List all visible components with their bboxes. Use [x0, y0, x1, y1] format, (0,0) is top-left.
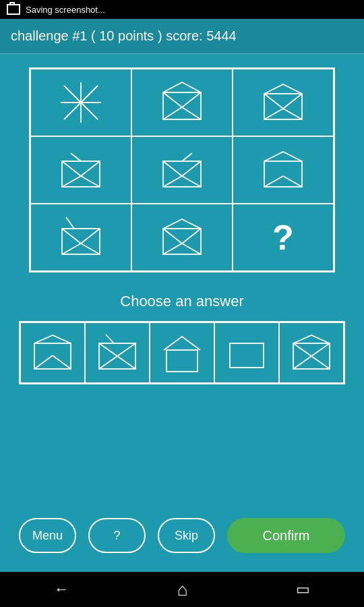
- grid-cell-r0c0: [30, 69, 131, 136]
- home-button[interactable]: ⌂: [177, 579, 188, 600]
- svg-line-17: [62, 176, 81, 187]
- grid-cell-r1c0: [30, 136, 131, 204]
- svg-line-23: [163, 176, 182, 187]
- grid-cell-r1c1: [131, 136, 233, 204]
- answer-option-1[interactable]: [20, 322, 85, 383]
- back-button[interactable]: ←: [54, 581, 69, 598]
- svg-line-42: [53, 355, 71, 369]
- svg-rect-50: [230, 343, 264, 368]
- svg-line-8: [182, 107, 201, 119]
- screenshot-icon: [7, 4, 20, 15]
- main-content: ? Choose an answer: [0, 54, 364, 572]
- svg-line-16: [81, 161, 100, 176]
- menu-button[interactable]: Menu: [19, 518, 76, 553]
- question-mark: ?: [272, 217, 294, 258]
- svg-line-52: [293, 343, 311, 356]
- svg-rect-49: [166, 350, 198, 372]
- answer-option-3[interactable]: [150, 322, 214, 383]
- puzzle-grid: ?: [29, 67, 335, 272]
- svg-line-10: [264, 94, 283, 109]
- svg-line-27: [264, 176, 283, 187]
- svg-line-15: [62, 161, 81, 176]
- svg-line-46: [99, 356, 117, 369]
- button-row: Menu ? Skip Confirm: [19, 507, 345, 565]
- svg-line-30: [62, 229, 81, 243]
- svg-line-22: [182, 161, 201, 176]
- svg-line-39: [182, 243, 201, 254]
- svg-line-41: [34, 355, 53, 369]
- svg-line-6: [182, 92, 201, 107]
- choose-label: Choose an answer: [120, 293, 243, 310]
- svg-line-53: [311, 343, 330, 356]
- svg-line-24: [182, 176, 201, 187]
- answer-options: [19, 321, 345, 384]
- confirm-button[interactable]: Confirm: [227, 518, 345, 553]
- svg-line-7: [163, 107, 182, 119]
- svg-line-28: [283, 176, 302, 187]
- grid-cell-r2c0: [30, 204, 131, 271]
- nav-bar: ← ⌂ ▭: [0, 572, 364, 607]
- answer-option-2[interactable]: [85, 322, 150, 383]
- grid-cell-r2c1: [131, 204, 233, 271]
- svg-line-47: [117, 356, 135, 369]
- svg-line-44: [99, 343, 117, 356]
- svg-line-33: [81, 243, 100, 254]
- svg-line-54: [293, 356, 311, 369]
- svg-line-11: [283, 94, 302, 109]
- svg-line-12: [264, 109, 283, 119]
- svg-line-45: [117, 343, 135, 356]
- svg-line-31: [81, 229, 100, 243]
- grid-cell-r0c2: [233, 69, 334, 136]
- svg-line-5: [163, 92, 182, 107]
- answer-option-5[interactable]: [279, 322, 344, 383]
- status-text: Saving screenshot...: [26, 5, 105, 15]
- svg-line-36: [163, 229, 182, 243]
- recents-button[interactable]: ▭: [296, 581, 310, 598]
- svg-line-55: [311, 356, 330, 369]
- svg-line-32: [62, 243, 81, 254]
- hint-button[interactable]: ?: [88, 518, 146, 553]
- answer-option-4[interactable]: [214, 322, 279, 383]
- svg-line-38: [163, 243, 182, 254]
- svg-line-34: [66, 217, 74, 229]
- challenge-info: challenge #1 ( 10 points ) score: 5444: [11, 28, 237, 43]
- svg-line-18: [81, 176, 100, 187]
- grid-cell-r1c2: [233, 136, 334, 204]
- svg-line-19: [71, 153, 81, 161]
- svg-line-48: [106, 335, 114, 343]
- svg-line-13: [283, 109, 302, 119]
- grid-cell-r0c1: [131, 69, 233, 136]
- header: challenge #1 ( 10 points ) score: 5444: [0, 19, 364, 54]
- status-bar: Saving screenshot...: [0, 0, 364, 19]
- svg-line-25: [182, 153, 192, 161]
- svg-line-37: [182, 229, 201, 243]
- svg-line-21: [163, 161, 182, 176]
- skip-button[interactable]: Skip: [158, 518, 215, 553]
- grid-cell-r2c2: ?: [233, 204, 334, 271]
